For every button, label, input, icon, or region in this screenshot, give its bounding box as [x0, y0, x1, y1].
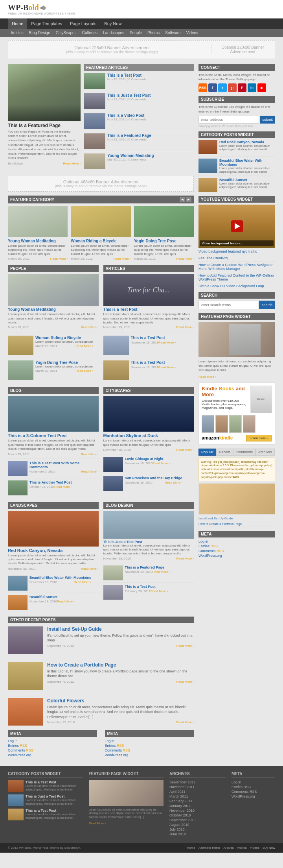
- archive-link[interactable]: September 2010: [169, 818, 226, 822]
- blog-item-readmore[interactable]: Read More ›: [81, 470, 98, 473]
- person-readmore[interactable]: Read More ›: [81, 325, 98, 329]
- article-title[interactable]: This is Just a Test Post: [107, 93, 151, 98]
- landscape-item-readmore[interactable]: Read More ›: [57, 600, 74, 603]
- meta-comments-rss-r[interactable]: Comments RSS: [105, 748, 194, 752]
- archive-link[interactable]: August 2010: [169, 823, 226, 827]
- bd-item-title[interactable]: This is a Featured Page: [125, 565, 170, 569]
- blog-main-title[interactable]: This is a 3-Column Test Post: [8, 433, 99, 438]
- person-title[interactable]: Woman Riding a Bicycle: [35, 336, 93, 340]
- footer-nav-buy[interactable]: Buy Now: [263, 846, 275, 850]
- article-readmore[interactable]: Read More ›: [158, 341, 176, 344]
- meta-login-r[interactable]: Log in: [105, 739, 194, 743]
- subnav-people[interactable]: People: [127, 29, 145, 37]
- archive-link[interactable]: November 2011: [169, 785, 226, 789]
- person-readmore[interactable]: Read More ›: [75, 369, 93, 373]
- footer-fpw-readmore[interactable]: Read More ›: [89, 822, 106, 825]
- cityscapes-main-readmore[interactable]: Read More ›: [176, 448, 194, 452]
- article-title[interactable]: This is a Test Post: [107, 73, 146, 78]
- fpw-readmore[interactable]: Read More ›: [198, 375, 216, 379]
- cpw-item-title[interactable]: Beautiful Sunset: [219, 178, 275, 182]
- footer-meta-comments[interactable]: Comments RSS: [232, 790, 275, 794]
- footer-meta-entries[interactable]: Entries RSS: [232, 785, 275, 789]
- yt-link-2[interactable]: Feel The Creativity: [198, 256, 275, 262]
- footer-nav-photos[interactable]: Photos: [237, 846, 247, 850]
- sidebar-meta-entries[interactable]: Entries RSS: [198, 544, 275, 548]
- twitter-icon[interactable]: t: [218, 83, 227, 92]
- meta-login[interactable]: Log in: [8, 739, 97, 743]
- footer-nav-home[interactable]: Home: [187, 846, 195, 850]
- linkedin-icon[interactable]: in: [248, 83, 256, 92]
- footer-meta-login[interactable]: Log in: [232, 780, 275, 784]
- archive-link[interactable]: June 2010: [169, 832, 226, 836]
- landscape-item-title[interactable]: Beautiful Sunset: [29, 595, 75, 599]
- sidebar-meta-login[interactable]: Log in: [198, 539, 275, 543]
- bd-item-title[interactable]: This is Just a Test Post: [103, 540, 194, 544]
- person-readmore[interactable]: Read More ›: [75, 344, 93, 348]
- subnav-photos[interactable]: Photos: [145, 29, 162, 37]
- sidebar-meta-comments[interactable]: Comments RSS: [198, 549, 275, 553]
- archive-link[interactable]: October 2010: [169, 813, 226, 817]
- op-title[interactable]: Colorful Flowers: [47, 698, 194, 704]
- subnav-cityscapes[interactable]: CitiyScapes: [53, 29, 79, 37]
- footer-nav-videos[interactable]: Videos: [250, 846, 259, 850]
- google-plus-icon[interactable]: g+: [228, 83, 237, 92]
- article-title[interactable]: This is a Video Post: [107, 113, 146, 118]
- search-button[interactable]: search: [259, 301, 275, 309]
- cityscape-item-readmore[interactable]: Read More ›: [165, 481, 182, 484]
- cat-item-readmore[interactable]: Read More ›: [176, 257, 194, 260]
- article-readmore[interactable]: Read More ›: [158, 366, 176, 369]
- comments-tab[interactable]: Comments: [233, 449, 256, 456]
- yt-link-4[interactable]: How to Add Featured Content to the WP-De…: [198, 273, 275, 283]
- cat-item-readmore[interactable]: Read More ›: [50, 257, 68, 260]
- sidebar-meta-wordpress[interactable]: WordPress.org: [198, 554, 275, 558]
- meta-comments-rss[interactable]: Comments RSS: [8, 748, 97, 752]
- meta-entries-rss-r[interactable]: Entries RSS: [105, 744, 194, 748]
- article-readmore[interactable]: Read More ›: [176, 325, 194, 329]
- op-readmore[interactable]: Read More ›: [176, 720, 194, 724]
- cat-item-title[interactable]: Young Woman Meditating: [8, 239, 68, 243]
- landscape-main-title[interactable]: Red Rock Canyon, Nevada: [8, 548, 99, 553]
- logo[interactable]: WP-Bold PREMIUM RESPONSIVE WORDPRESS THE…: [8, 3, 75, 15]
- footer-nav-alternate[interactable]: Alternate Home: [198, 846, 221, 850]
- archive-link[interactable]: January 2011: [169, 804, 226, 808]
- article-title[interactable]: This is a Test Post: [131, 336, 176, 340]
- subscribe-submit-button[interactable]: submit: [260, 116, 275, 124]
- bd-item-title[interactable]: This is a Test Post: [125, 585, 168, 589]
- next-arrow[interactable]: ►: [186, 197, 191, 202]
- footer-meta-wordpress[interactable]: WordPress.org: [232, 794, 275, 798]
- cat-item-readmore[interactable]: Read More ›: [113, 257, 130, 260]
- blog-item-title[interactable]: This is Another Test Post: [29, 480, 72, 484]
- meta-wordpress[interactable]: WordPress.org: [8, 753, 97, 757]
- article-title[interactable]: This is a Test Post: [103, 307, 194, 312]
- blog-item-title[interactable]: This is a Test Post With Some Comments: [29, 461, 99, 469]
- archive-link[interactable]: July 2010: [169, 827, 226, 831]
- blog-main-readmore[interactable]: Read More ›: [81, 452, 98, 456]
- meta-wordpress-r[interactable]: WordPress.org: [105, 753, 194, 757]
- popular-tab[interactable]: Popular: [198, 449, 216, 456]
- subnav-articles[interactable]: Articles: [8, 29, 26, 37]
- pinterest-icon[interactable]: P: [238, 83, 246, 92]
- bd-item-readmore[interactable]: Read More ›: [176, 557, 194, 560]
- prev-arrow[interactable]: ◄: [180, 197, 185, 202]
- footer-cpw-title[interactable]: This is Just a Test Post: [26, 794, 83, 798]
- nav-buy-now[interactable]: Buy Now: [100, 18, 125, 29]
- archive-link[interactable]: November 2010: [169, 809, 226, 813]
- subnav-landscapes[interactable]: Landscapes: [100, 29, 127, 37]
- yt-link-1[interactable]: Video background featured nyc traffic: [198, 249, 275, 255]
- nav-page-templates[interactable]: Page Templates: [27, 18, 66, 29]
- cityscapes-main-title[interactable]: Manhattan Skyline at Dusk: [103, 433, 194, 438]
- op-title[interactable]: How to Create a Portfolio Page: [47, 662, 194, 668]
- pop-item[interactable]: How to Create a Portfolio Page: [198, 522, 275, 527]
- archive-link[interactable]: February 2011: [169, 799, 226, 803]
- youtube-video-player[interactable]: Video background feature...: [198, 205, 275, 248]
- person-title[interactable]: Yogin Doing Tree Pose: [35, 360, 93, 365]
- article-title[interactable]: Young Woman Mediating: [107, 153, 154, 158]
- cpw-item-title[interactable]: Red Rock Canyon, Nevada: [219, 140, 275, 144]
- subscribe-email-input[interactable]: [198, 116, 259, 124]
- amazon-cta[interactable]: Learn more »: [246, 435, 272, 441]
- blog-item-readmore[interactable]: Read More ›: [54, 485, 72, 489]
- landscape-item-title[interactable]: Beautiful Blue Water With Mountains: [29, 576, 91, 580]
- footer-cpw-title[interactable]: This is a Test Post: [26, 809, 83, 813]
- subnav-videos[interactable]: Videos: [184, 29, 201, 37]
- cityscape-item-readmore[interactable]: Read More ›: [153, 462, 170, 465]
